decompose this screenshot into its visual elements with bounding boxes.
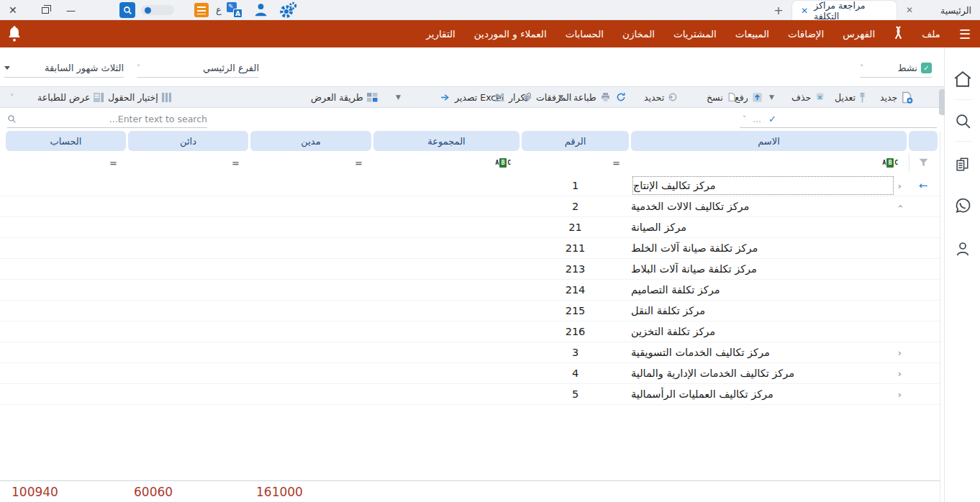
cell-group [373,259,520,279]
menu-accounts[interactable]: الحسابات [566,28,604,40]
tab-close-icon[interactable]: ✕ [801,6,808,16]
table-row[interactable]: 1مركز تكاليف الإنتاج‹← [0,175,940,196]
column-header-account[interactable]: الحساب [6,131,126,151]
toolbar-collapse-icon[interactable]: ˅ [10,87,14,107]
table-row[interactable]: 211مركز تكلفة صيانة آلات الخلط [0,238,940,259]
column-header-name[interactable]: الاسم [631,131,907,151]
menu-file[interactable]: ملف [922,28,940,40]
print-dropdown-icon[interactable]: ▼ [558,87,563,107]
table-row[interactable]: 4مركز تكاليف الخدمات الإدارية والمالية‹ [0,363,940,384]
column-header-credit[interactable]: دائن [128,131,248,151]
menu-addons[interactable]: الإضافات [788,28,824,40]
print-button[interactable]: طباعة [573,87,611,107]
column-filter-account[interactable]: = [6,153,126,172]
person-icon [954,240,971,257]
sidebar-search[interactable] [945,105,980,137]
menu-sales[interactable]: المبيعات [735,28,769,40]
column-filter-number[interactable]: = [522,153,629,172]
name-edit-box[interactable]: مركز تكاليف الإنتاج [632,176,894,195]
menu-index[interactable]: الفهرس [843,28,875,40]
ribbon-icon [894,26,903,42]
cell-name[interactable]: مركز تكاليف الخدمات الإدارية والمالية‹ [631,363,907,383]
window-minimize-icon[interactable]: — [66,0,76,20]
search-field[interactable] [7,111,207,128]
select-button[interactable]: تحديد [644,87,678,107]
column-filter-credit[interactable]: = [128,153,248,172]
cell-name[interactable]: مركز تكلفة النقل [631,301,907,321]
table-row[interactable]: 5مركز تكاليف العمليات الرأسمالية‹ [0,384,940,405]
cell-name[interactable]: مركز تكاليف الالات الخدمية‹ [631,196,907,216]
cell-number: 3 [522,342,629,362]
tree-expander-icon[interactable]: ‹ [898,389,902,400]
cell-name[interactable]: مركز تكاليف الخدمات التسويقية‹ [631,342,907,362]
cell-name[interactable]: مركز تكلفة صيانة آلات الخلط [631,238,907,258]
table-row[interactable]: 213مركز تكلفة صيانة آلات البلاط [0,259,940,280]
cell-name[interactable]: مركز تكلفة التصاميم [631,280,907,300]
list-panel-icon[interactable] [194,3,209,17]
column-filter-debit[interactable]: = [250,153,371,172]
delete-button[interactable]: حذف [791,87,825,107]
menu-reports[interactable]: التقارير [426,28,455,40]
column-filter-name[interactable]: ABC [631,153,907,172]
sidebar-whatsapp[interactable] [945,190,980,222]
tree-expander-icon[interactable]: ‹ [898,368,902,379]
window-restore-icon[interactable] [42,0,49,20]
attachments-button[interactable]: المرفقات [522,87,571,107]
theme-toggle[interactable] [141,5,174,15]
notifications-bell-icon[interactable] [7,26,22,45]
export-dropdown-icon[interactable]: ▼ [396,87,401,107]
settings-gear-icon[interactable] [278,1,297,19]
menu-purchases[interactable]: المشتريات [673,28,717,40]
delete-dropdown-icon[interactable]: ▼ [769,87,774,107]
tab-close-icon[interactable]: ✕ [906,5,913,15]
column-filter-field[interactable]: ˅ … ✓ [740,111,937,128]
view-mode-button[interactable]: طريقة العرض [311,87,378,107]
menu-customers-suppliers[interactable]: العملاء و الموردين [474,28,547,40]
quick-search-icon[interactable] [119,2,135,18]
tab-cost-centers-review[interactable]: ✕ مراجعة مراكز التكلفة [791,0,897,20]
table-row[interactable]: 216مركز تكلفة التخزين [0,321,940,342]
cell-name[interactable]: مركز تكلفة صيانة آلات البلاط [631,259,907,279]
table-row[interactable]: 214مركز تكلفة التصاميم [0,280,940,301]
tree-expander-icon[interactable]: ‹ [898,347,902,358]
table-row[interactable]: 3مركز تكاليف الخدمات التسويقية‹ [0,342,940,363]
new-button[interactable]: جديد [880,87,913,107]
table-row[interactable]: 2مركز تكاليف الالات الخدمية‹ [0,196,940,217]
window-close-icon[interactable]: ✕ [9,0,17,20]
branch-select[interactable]: ˅ الفرع الرئيسي [137,59,259,78]
choose-fields-button[interactable]: إختيار الحقول [108,87,171,107]
user-profile-icon[interactable] [253,2,268,17]
tree-expander-icon[interactable]: ‹ [898,181,902,191]
sidebar-documents[interactable] [945,148,980,180]
cell-name[interactable]: مركز الصيانة [631,217,907,237]
cell-name[interactable]: مركز تكاليف الإنتاج‹ [631,175,907,196]
translate-icon[interactable]: A [227,2,242,18]
cell-name[interactable]: مركز تكاليف العمليات الرأسمالية‹ [631,384,907,404]
column-filter-indicator[interactable] [909,153,938,172]
column-header-group[interactable]: المجموعة [373,131,520,151]
edit-button[interactable]: تعديل [835,87,866,107]
period-select[interactable]: الثلاث شهور السابقة [4,59,124,78]
sidebar-home[interactable] [945,63,980,95]
tab-home[interactable]: ✕ الرئيسية [897,0,980,20]
column-filter-group[interactable]: ABC [373,153,520,172]
hamburger-menu-icon[interactable]: ☰ [959,27,971,42]
column-header-indicator[interactable] [909,131,938,151]
language-letter[interactable]: ع [216,4,222,15]
column-header-number[interactable]: الرقم [522,131,629,151]
active-filter-select[interactable]: ˅ نشط ✓ [860,59,932,78]
raise-button[interactable]: رفع [735,87,763,107]
print-view-button[interactable]: عرض للطباعة [37,87,104,107]
cell-name[interactable]: مركز تكلفة التخزين [631,321,907,342]
copy-button[interactable]: نسخ [707,87,736,107]
sidebar-profile[interactable] [945,233,980,265]
new-tab-button[interactable]: + [766,0,791,20]
table-row[interactable]: 21مركز الصيانة [0,217,940,238]
search-input[interactable] [21,114,207,124]
active-checkbox[interactable]: ✓ [921,63,932,73]
tree-expander-icon[interactable]: ‹ [894,204,905,208]
refresh-icon[interactable] [616,87,626,107]
table-row[interactable]: 215مركز تكلفة النقل [0,301,940,321]
column-header-debit[interactable]: مدين [250,131,371,151]
menu-warehouses[interactable]: المخازن [622,28,655,40]
